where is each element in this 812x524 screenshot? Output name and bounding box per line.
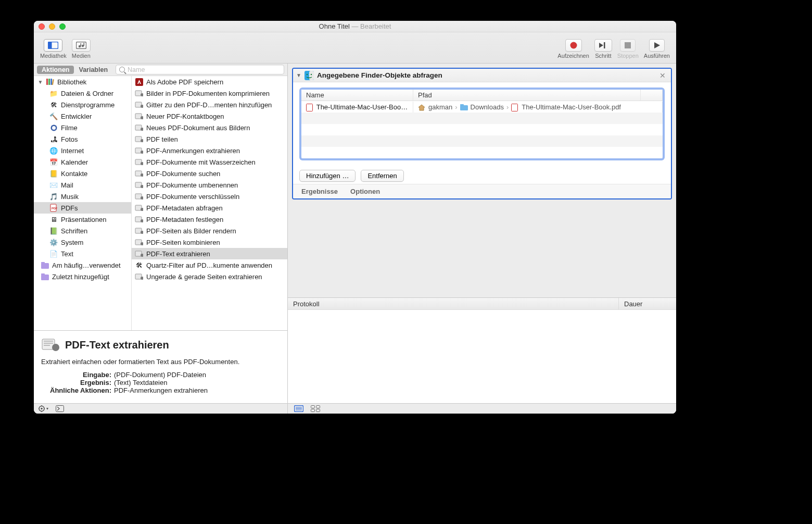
svg-rect-60 [44, 343, 53, 344]
library-root[interactable]: ▼ Bibliothek [34, 76, 131, 88]
medien-label: Medien [72, 53, 91, 59]
col-header-name[interactable]: Name [301, 90, 413, 101]
add-button[interactable]: Hinzufügen … [299, 170, 356, 182]
automator-action-icon [135, 135, 143, 143]
log-body [288, 310, 676, 404]
category-list[interactable]: ▼ Bibliothek 📁Dateien & Ordner 🛠Dienstpr… [34, 76, 132, 330]
flow-view-icon[interactable] [311, 405, 320, 412]
action-item[interactable]: Bilder in PDF-Dokumenten komprimieren [132, 88, 287, 99]
action-item[interactable]: PDF-Dokumente suchen [132, 168, 287, 179]
action-item[interactable]: PDF-Anmerkungen extrahieren [132, 145, 287, 156]
category-item[interactable]: 🖥Präsentationen [34, 214, 131, 225]
automator-action-icon [135, 158, 143, 166]
disclosure-triangle-icon[interactable]: ▼ [296, 72, 301, 78]
svg-rect-85 [311, 409, 315, 412]
action-item[interactable]: PDF-Seiten als Bilder rendern [132, 225, 287, 236]
category-item[interactable]: 📅Kalender [34, 156, 131, 168]
category-item[interactable]: 🔨Entwickler [34, 110, 131, 122]
automator-action-icon [135, 215, 143, 223]
svg-rect-71 [309, 71, 314, 80]
action-item[interactable]: Ungerade & gerade Seiten extrahieren [132, 271, 287, 282]
action-item[interactable]: Neuer PDF-Kontaktbogen [132, 110, 287, 122]
smart-folder-recent[interactable]: Zuletzt hinzugefügt [34, 271, 131, 282]
remove-button[interactable]: Entfernen [361, 170, 403, 182]
action-item[interactable]: PDF teilen [132, 133, 287, 145]
close-window-icon[interactable] [39, 23, 45, 30]
table-row[interactable]: The-Ultimate-Mac-User-Book.p gakman › [301, 101, 663, 113]
action-item-pdftext[interactable]: PDF-Text extrahieren [132, 248, 287, 259]
category-item[interactable]: 📗Schriften [34, 225, 131, 236]
svg-rect-22 [41, 275, 49, 280]
automator-action-icon [135, 112, 143, 120]
photos-icon: 🏞 [49, 135, 58, 143]
col-header-path[interactable]: Pfad [413, 90, 641, 101]
svg-point-58 [52, 344, 59, 351]
disclosure-triangle-icon[interactable]: ▼ [38, 80, 43, 84]
folder-icon: 📁 [49, 89, 58, 97]
execute-icon[interactable] [56, 405, 64, 413]
workflow-canvas[interactable] [288, 204, 676, 297]
record-label: Aufzeichnen [557, 53, 589, 59]
tab-aktionen[interactable]: Aktionen [37, 66, 74, 74]
svg-rect-69 [56, 406, 64, 412]
action-item[interactable]: PDF-Seiten kombinieren [132, 236, 287, 248]
action-list[interactable]: Als Adobe PDF speichern Bilder in PDF-Do… [132, 76, 287, 330]
gear-menu-icon[interactable] [38, 405, 49, 413]
search-placeholder: Name [128, 66, 145, 73]
category-item[interactable]: Filme [34, 122, 131, 133]
svg-rect-77 [460, 104, 464, 106]
action-item[interactable]: 🛠Quartz-Filter auf PD…kumente anwenden [132, 259, 287, 271]
workflow-action-card[interactable]: ▼ Angegebene Finder-Objekte abfragen ✕ N… [292, 68, 672, 199]
globe-icon: 🌐 [49, 146, 58, 155]
medien-button[interactable] [72, 39, 91, 52]
zoom-window-icon[interactable] [59, 23, 66, 30]
automator-action-icon [135, 249, 143, 258]
mail-icon: ✉️ [49, 181, 58, 189]
list-view-icon[interactable] [294, 405, 303, 412]
tools-icon: 🛠 [135, 261, 143, 269]
smart-folder-most-used[interactable]: Am häufig…verwendet [34, 259, 131, 271]
category-item[interactable]: 🎵Musik [34, 191, 131, 202]
category-item[interactable]: 🏞Fotos [34, 133, 131, 145]
automator-action-icon [135, 227, 143, 235]
category-item[interactable]: ⚙️System [34, 236, 131, 248]
search-input[interactable]: Name [116, 65, 284, 74]
action-item[interactable]: Als Adobe PDF speichern [132, 76, 287, 88]
window-edited-label: — Bearbeitet [352, 22, 391, 30]
description-body: Extrahiert einfachen oder formatierten T… [41, 358, 280, 366]
results-tab[interactable]: Ergebnisse [301, 188, 338, 195]
minimize-window-icon[interactable] [49, 23, 55, 30]
record-button[interactable] [565, 39, 582, 52]
category-item[interactable]: 📒Kontakte [34, 168, 131, 179]
action-item[interactable]: Neues PDF-Dokument aus Bildern [132, 122, 287, 133]
pdf-file-icon [306, 103, 314, 111]
mediathek-label: Mediathek [40, 53, 67, 59]
tab-variablen[interactable]: Variablen [74, 66, 112, 74]
step-button[interactable] [594, 39, 612, 52]
mediathek-button[interactable] [44, 39, 62, 52]
action-item[interactable]: PDF-Dokumente mit Wasserzeichen [132, 156, 287, 168]
category-item-pdfs[interactable]: PDFPDFs [34, 202, 131, 214]
category-item[interactable]: ✉️Mail [34, 179, 131, 191]
svg-point-7 [570, 42, 577, 48]
options-tab[interactable]: Optionen [350, 188, 380, 195]
textedit-icon: 📄 [49, 249, 58, 258]
action-item[interactable]: PDF-Metadaten festlegen [132, 214, 287, 225]
automator-action-icon [135, 123, 143, 132]
pdf-file-icon [511, 103, 519, 111]
automator-action-icon [135, 101, 143, 109]
close-action-icon[interactable]: ✕ [657, 71, 668, 80]
category-item[interactable]: 📁Dateien & Ordner [34, 88, 131, 99]
action-item[interactable]: Gitter zu den PDF-D…menten hinzufügen [132, 99, 287, 110]
log-col-dauer[interactable]: Dauer [619, 298, 676, 309]
action-item[interactable]: PDF-Dokumente verschlüsseln [132, 191, 287, 202]
run-button[interactable] [649, 39, 665, 52]
log-col-protokoll[interactable]: Protokoll [288, 298, 619, 309]
action-item[interactable]: PDF-Dokumente umbenennen [132, 179, 287, 191]
category-item[interactable]: 📄Text [34, 248, 131, 259]
svg-rect-24 [135, 78, 143, 86]
svg-rect-23 [41, 273, 45, 275]
category-item[interactable]: 🛠Dienstprogramme [34, 99, 131, 110]
action-item[interactable]: PDF-Metadaten abfragen [132, 202, 287, 214]
category-item[interactable]: 🌐Internet [34, 145, 131, 156]
